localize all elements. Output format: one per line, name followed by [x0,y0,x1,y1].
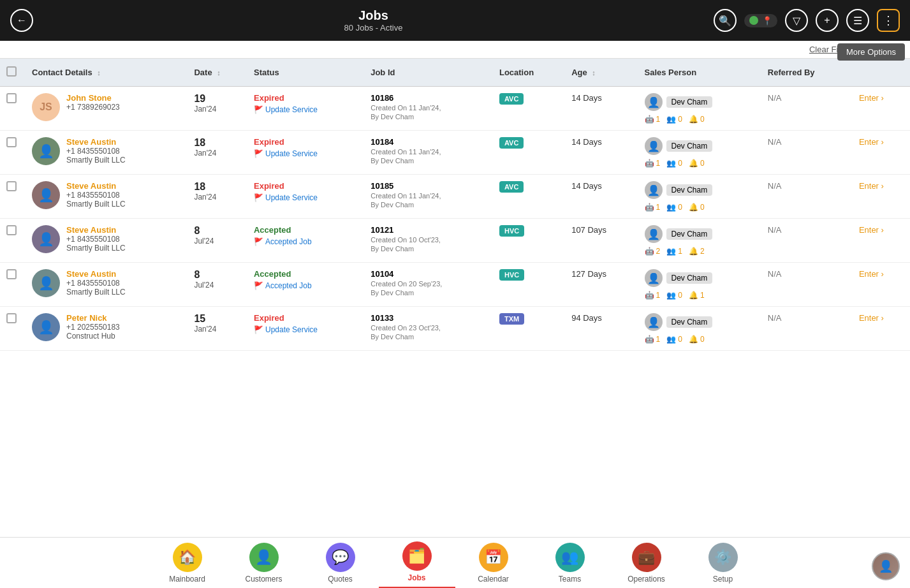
group-icon: 👥 [666,203,676,212]
status-action-text[interactable]: Accepted Job [265,281,312,290]
list-view-button[interactable]: ☰ [846,9,869,32]
contact-name[interactable]: Peter Nick [66,313,120,323]
enter-link[interactable]: Enter › [859,269,904,279]
stat-item-2: 👥 0 [666,115,682,124]
status-action-text[interactable]: Accepted Job [265,237,312,246]
status-action-link[interactable]: 🚩 Update Service [254,193,358,202]
status-action-text[interactable]: Update Service [265,149,318,158]
sort-age-icon[interactable]: ↕ [592,69,596,77]
nav-item-customers[interactable]: 👤 Customers [226,538,302,589]
contact-name[interactable]: Steve Austin [66,269,126,279]
nav-item-mainboard[interactable]: 🏠 Mainboard [149,538,226,589]
date-number: 19 [194,93,241,105]
header-checkbox[interactable] [6,66,17,77]
row-checkbox[interactable] [6,225,17,235]
sort-date-icon[interactable]: ↕ [217,69,221,77]
flag-icon: 🚩 [254,281,263,290]
th-status: Status [247,59,364,87]
add-icon: + [824,15,830,26]
contact-name[interactable]: John Stone [66,93,120,103]
status-action-text[interactable]: Update Service [265,325,318,334]
referred-by-cell: N/A [761,175,853,219]
enter-link[interactable]: Enter › [859,225,904,235]
referred-by-value: N/A [768,225,782,235]
contact-details-cell: 👤 Steve Austin +1 8435550108 Smartly Bui… [26,175,187,219]
stat-item-3: 🔔 1 [689,291,705,300]
nav-label-calendar: Calendar [478,575,509,584]
robot-icon: 🤖 [645,335,654,344]
avatar: 👤 [32,181,60,209]
stat1-value: 1 [656,291,661,300]
sales-stats: 🤖 2 👥 1 🔔 2 [645,247,755,256]
nav-item-teams[interactable]: 👥 Teams [532,538,608,589]
age-cell: 14 Days [565,87,638,131]
row-checkbox-cell [0,219,26,263]
header-left: ← [10,9,33,32]
status-action-link[interactable]: 🚩 Update Service [254,149,358,158]
customers-icon: 👤 [255,549,272,566]
nav-item-jobs[interactable]: 🗂️ Jobs [379,538,455,589]
stat-item-1: 🤖 1 [645,203,661,212]
flag-icon: 🚩 [254,193,263,202]
row-checkbox[interactable] [6,269,17,279]
add-button[interactable]: + [816,9,839,32]
contact-name[interactable]: Steve Austin [66,181,126,191]
status-label: Expired [254,313,358,323]
stat2-value: 0 [678,203,682,212]
nav-item-calendar[interactable]: 📅 Calendar [455,538,532,589]
status-action-text[interactable]: Update Service [265,105,318,114]
row-checkbox[interactable] [6,93,17,103]
location-badge: HVC [499,225,524,237]
filter-button[interactable]: ▽ [785,9,808,32]
nav-item-setup[interactable]: ⚙️ Setup [685,538,761,589]
bell-icon: 🔔 [689,247,698,256]
status-cell: Expired 🚩 Update Service [247,131,364,175]
back-button[interactable]: ← [10,9,33,32]
contact-name[interactable]: Steve Austin [66,137,126,147]
toggle-pill[interactable]: 📍 [744,14,777,27]
status-action-link[interactable]: 🚩 Update Service [254,105,358,114]
nav-items-container: 🏠 Mainboard 👤 Customers 💬 Quotes 🗂️ Jobs… [0,538,910,589]
enter-link[interactable]: Enter › [859,313,904,323]
nav-item-operations[interactable]: 💼 Operations [608,538,685,589]
sort-contact-icon[interactable]: ↕ [97,69,101,77]
th-sales-person: Sales Person [638,59,761,87]
sales-person-cell: 👤 Dev Cham 🤖 1 👥 0 🔔 0 [638,307,761,351]
location-badge: AVC [499,181,524,193]
status-action-link[interactable]: 🚩 Accepted Job [254,281,358,290]
more-options-button[interactable]: ⋮ [877,9,900,32]
enter-cell: Enter › [853,307,910,351]
avatar: 👤 [32,269,60,297]
contact-phone: +1 7389269023 [66,103,120,112]
job-id-cell: 10184 Created On 11 Jan'24, By Dev Cham [364,131,493,175]
contact-company: Smartly Built LLC [66,288,126,297]
status-action-text[interactable]: Update Service [265,193,318,202]
stat3-value: 0 [700,115,705,124]
row-checkbox[interactable] [6,313,17,323]
table-header: Contact Details ↕ Date ↕ Status Job Id L… [0,59,910,87]
enter-link[interactable]: Enter › [859,181,904,191]
search-button[interactable]: 🔍 [714,9,737,32]
enter-link[interactable]: Enter › [859,93,904,103]
stat2-value: 1 [678,247,682,256]
nav-icon-mainboard: 🏠 [173,543,202,572]
contact-phone: +1 8435550108 [66,279,126,288]
sales-avatar: 👤 [645,313,663,331]
contact-name[interactable]: Steve Austin [66,225,126,235]
row-checkbox[interactable] [6,137,17,147]
row-checkbox[interactable] [6,181,17,191]
nav-item-quotes[interactable]: 💬 Quotes [302,538,379,589]
enter-cell: Enter › [853,131,910,175]
date-number: 8 [194,225,241,237]
status-action-link[interactable]: 🚩 Update Service [254,325,358,334]
stat-item-1: 🤖 1 [645,115,661,124]
stat2-value: 0 [678,335,682,344]
status-action-link[interactable]: 🚩 Accepted Job [254,237,358,246]
table-container: Contact Details ↕ Date ↕ Status Job Id L… [0,59,910,537]
robot-icon: 🤖 [645,115,654,124]
user-avatar[interactable]: 👤 [872,552,900,580]
status-cell: Expired 🚩 Update Service [247,307,364,351]
table-row: 👤 Steve Austin +1 8435550108 Smartly Bui… [0,175,910,219]
job-id-cell: 10186 Created On 11 Jan'24, By Dev Cham [364,87,493,131]
enter-link[interactable]: Enter › [859,137,904,147]
